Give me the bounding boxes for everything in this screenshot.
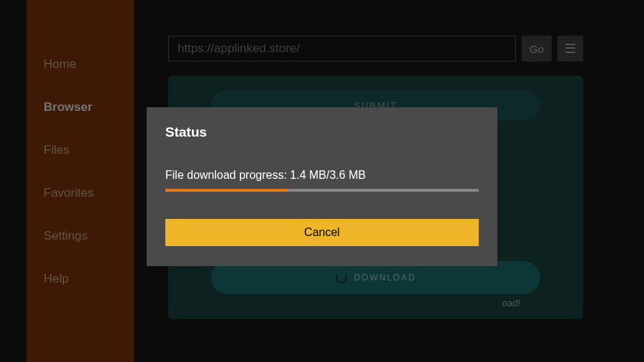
status-dialog: Status File download progress: 1.4 MB/3.… bbox=[147, 107, 497, 266]
progress-text: File download progress: 1.4 MB/3.6 MB bbox=[165, 169, 479, 182]
dialog-title: Status bbox=[165, 124, 479, 140]
cancel-button[interactable]: Cancel bbox=[165, 219, 479, 246]
progress-fill bbox=[165, 189, 287, 192]
progress-bar bbox=[165, 189, 479, 192]
